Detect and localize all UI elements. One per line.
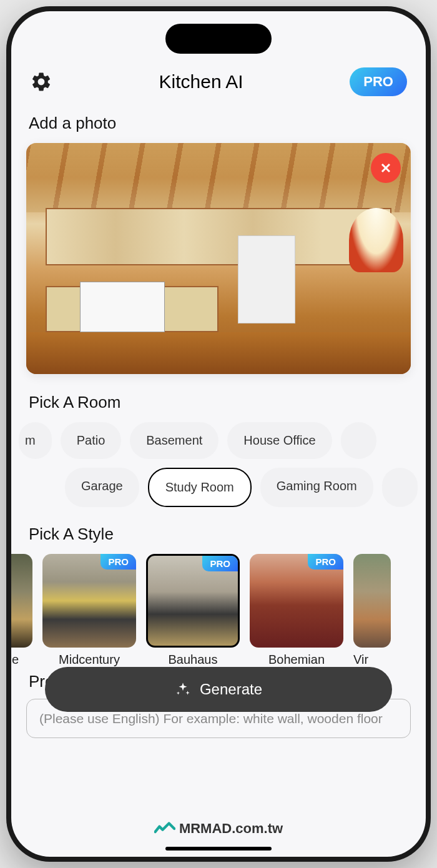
remove-photo-button[interactable] (371, 153, 401, 183)
style-card-midcentury[interactable]: PRO Midcentury (42, 554, 136, 667)
phone-frame: Kitchen AI PRO Add a photo (6, 6, 431, 862)
style-thumb: PRO (146, 554, 240, 648)
style-card-partial-right[interactable]: Vir (353, 554, 391, 667)
room-chip-partial-right-2[interactable] (382, 468, 418, 507)
style-thumb (11, 554, 32, 648)
style-thumb: PRO (42, 554, 136, 648)
room-chip-garage[interactable]: Garage (65, 468, 139, 507)
app-title: Kitchen AI (159, 71, 243, 92)
photo-card[interactable] (26, 143, 411, 374)
style-label: e (11, 653, 32, 667)
room-chip-partial[interactable]: m (19, 422, 52, 459)
style-card-bauhaus[interactable]: PRO Bauhaus (146, 554, 240, 667)
generate-button[interactable]: Generate (45, 667, 392, 712)
style-label: Vir (353, 653, 391, 667)
pro-badge-button[interactable]: PRO (350, 67, 407, 96)
close-icon (378, 160, 393, 175)
style-card-bohemian[interactable]: PRO Bohemian (250, 554, 343, 667)
style-card-partial-left[interactable]: e (11, 554, 32, 667)
watermark-logo-icon (154, 821, 175, 836)
room-chip-basement[interactable]: Basement (130, 422, 219, 459)
room-chip-patio[interactable]: Patio (61, 422, 122, 459)
prompt-section: Pro Generate (Please use English) For ex… (26, 672, 411, 738)
home-indicator[interactable] (165, 847, 272, 851)
room-chip-house-office[interactable]: House Office (227, 422, 331, 459)
style-pro-tag: PRO (308, 554, 343, 570)
generate-label: Generate (200, 681, 262, 698)
settings-button[interactable] (30, 71, 52, 93)
app-content: Kitchen AI PRO Add a photo (11, 11, 426, 857)
style-label: Bauhaus (146, 653, 240, 667)
room-selector: m Patio Basement House Office Garage Stu… (26, 422, 411, 507)
watermark-text: MRMAD.com.tw (179, 821, 283, 837)
room-row-1[interactable]: m Patio Basement House Office (19, 422, 426, 459)
app-header: Kitchen AI PRO (26, 67, 411, 96)
phone-screen: Kitchen AI PRO Add a photo (11, 11, 426, 857)
style-label: Bohemian (250, 653, 343, 667)
style-label: Midcentury (42, 653, 136, 667)
pick-style-title: Pick A Style (26, 525, 411, 544)
sparkle-icon (175, 681, 191, 698)
style-thumb (353, 554, 391, 648)
room-row-2[interactable]: Garage Study Room Gaming Room (19, 468, 426, 507)
room-chip-partial-right[interactable] (341, 422, 377, 459)
style-pro-tag: PRO (101, 554, 136, 570)
style-pro-tag: PRO (202, 556, 238, 571)
add-photo-title: Add a photo (26, 114, 411, 133)
uploaded-photo (26, 143, 411, 374)
watermark: MRMAD.com.tw (154, 821, 283, 837)
style-thumb: PRO (250, 554, 343, 648)
style-selector[interactable]: e PRO Midcentury PRO Bauhaus PRO (11, 554, 426, 667)
room-chip-study-room[interactable]: Study Room (148, 468, 252, 507)
room-chip-gaming-room[interactable]: Gaming Room (260, 468, 373, 507)
pick-room-title: Pick A Room (26, 393, 411, 412)
dynamic-island (165, 24, 272, 54)
gear-icon (30, 71, 52, 93)
